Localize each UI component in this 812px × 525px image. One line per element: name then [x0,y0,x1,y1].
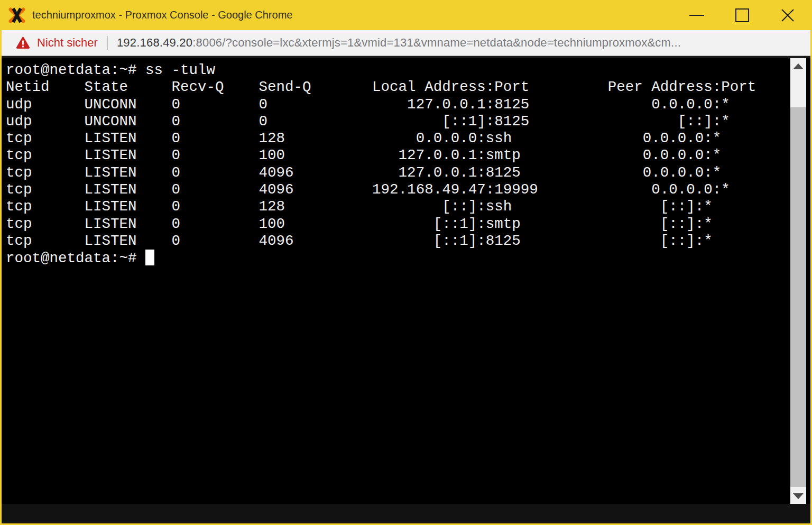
terminal-line: tcp LISTEN 0 128 0.0.0.0:ssh 0.0.0.0:* [6,130,756,147]
minimize-button[interactable] [674,0,719,30]
scroll-up-button[interactable] [790,58,806,74]
address-bar: Nicht sicher 192.168.49.20:8006/?console… [2,30,810,56]
window-controls [674,0,810,30]
terminal-line: tcp LISTEN 0 100 [::1]:smtp [::]:* [6,216,756,233]
url-query: :8006/?console=lxc&xtermjs=1&vmid=131&vm… [192,36,681,49]
terminal-line: tcp LISTEN 0 4096 [::1]:8125 [::]:* [6,233,756,250]
minimize-icon [689,15,704,16]
address-url[interactable]: 192.168.49.20:8006/?console=lxc&xtermjs=… [117,36,681,50]
terminal-output: root@netdata:~# ss -tulw Netid State Rec… [6,62,756,267]
terminal-scrollbar[interactable] [790,58,806,504]
arrow-up-icon [793,63,804,69]
terminal-line: tcp LISTEN 0 4096 127.0.0.1:8125 0.0.0.0… [6,164,756,181]
terminal-line: root@netdata:~# ss -tulw [6,62,756,79]
url-host: 192.168.49.20 [117,36,192,49]
scroll-down-button[interactable] [790,488,806,504]
scrollbar-thumb[interactable] [790,107,806,487]
not-secure-warning-icon[interactable] [16,36,30,49]
address-bar-divider [107,36,108,50]
terminal-line: tcp LISTEN 0 128 [::]:ssh [::]:* [6,198,756,215]
close-icon [780,7,796,23]
terminal-prompt: root@netdata:~# [6,250,145,266]
terminal-screen[interactable]: root@netdata:~# ss -tulw Netid State Rec… [2,58,810,504]
close-button[interactable] [765,0,810,30]
terminal-cursor [145,250,154,265]
maximize-icon [735,8,749,22]
arrow-down-icon [793,493,804,499]
terminal-prompt-line: root@netdata:~# [6,250,756,266]
window-title: techniumproxmox - Proxmox Console - Goog… [32,9,674,21]
window-titlebar: techniumproxmox - Proxmox Console - Goog… [2,0,810,30]
terminal-line: udp UNCONN 0 0 [::1]:8125 [::]:* [6,113,756,130]
security-status-label[interactable]: Nicht sicher [37,36,98,50]
maximize-button[interactable] [719,0,765,30]
terminal-line: tcp LISTEN 0 100 127.0.0.1:smtp 0.0.0.0:… [6,147,756,164]
browser-window: techniumproxmox - Proxmox Console - Goog… [0,0,812,525]
terminal-line: Netid State Recv-Q Send-Q Local Address:… [6,79,756,96]
terminal-line: udp UNCONN 0 0 127.0.0.1:8125 0.0.0.0:* [6,96,756,113]
terminal-line: tcp LISTEN 0 4096 192.168.49.47:19999 0.… [6,181,756,198]
proxmox-logo-icon [8,7,25,24]
